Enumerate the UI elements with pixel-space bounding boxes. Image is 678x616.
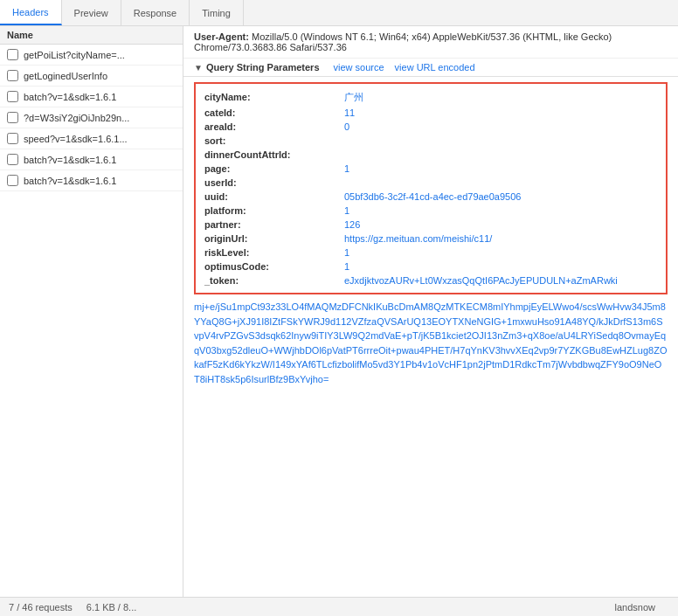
param-key: cityName: (204, 92, 344, 102)
request-checkbox[interactable] (7, 70, 18, 81)
user-agent-label: User-Agent: (194, 31, 249, 42)
param-key: areaId: (204, 121, 344, 132)
param-row: userId: (204, 176, 657, 190)
param-row-token: _token: eJxdjktvozAURv+Lt0WxzasQqQtI6PAc… (204, 273, 657, 287)
request-checkbox[interactable] (7, 91, 18, 102)
param-key: partner: (204, 219, 344, 230)
param-key: userId: (204, 177, 344, 188)
tab-timing-label: Timing (202, 8, 231, 18)
request-item[interactable]: speed?v=1&sdk=1.6.1... (0, 128, 183, 149)
param-key: originUrl: (204, 233, 344, 244)
param-value: 1 (344, 247, 349, 258)
request-checkbox[interactable] (7, 154, 18, 165)
param-key: dinnerCountAttrId: (204, 149, 344, 160)
request-name-label: batch?v=1&sdk=1.6.1 (24, 176, 116, 186)
collapse-triangle-icon[interactable]: ▼ (194, 63, 203, 73)
request-item[interactable]: ?d=W3siY2giOiJnb29n... (0, 107, 183, 128)
param-row: dinnerCountAttrId: (204, 148, 657, 162)
request-name-label: ?d=W3siY2giOiJnb29n... (24, 113, 129, 123)
tab-response[interactable]: Response (121, 0, 190, 25)
param-row: page: 1 (204, 162, 657, 176)
request-name-label: batch?v=1&sdk=1.6.1 (24, 92, 116, 102)
request-checkbox[interactable] (7, 49, 18, 60)
status-requests: 7 / 46 requests (9, 602, 73, 613)
param-value: 1 (344, 261, 349, 272)
user-agent-bar: User-Agent: Mozilla/5.0 (Windows NT 6.1;… (183, 26, 678, 59)
param-row: riskLevel: 1 (204, 246, 657, 260)
param-value-token-start: eJxdjktvozAURv+Lt0WxzasQqQtI6PAcJyEPUDUL… (344, 275, 618, 286)
param-value: https://gz.meituan.com/meishi/c11/ (344, 233, 492, 244)
request-checkbox[interactable] (7, 112, 18, 123)
request-item[interactable]: batch?v=1&sdk=1.6.1 (0, 149, 183, 170)
request-item[interactable]: batch?v=1&sdk=1.6.1 (0, 170, 183, 191)
param-value: 1 (344, 163, 349, 174)
right-panel: User-Agent: Mozilla/5.0 (Windows NT 6.1;… (183, 26, 678, 597)
param-row: cateId: 11 (204, 106, 657, 120)
query-params-box: cityName: 广州cateId: 11areaId: 0sort: din… (194, 82, 668, 294)
param-value: 11 (344, 107, 355, 118)
param-key: uuid: (204, 191, 344, 202)
request-list: getPoiList?cityName=...getLoginedUserInf… (0, 45, 183, 191)
param-row: platform: 1 (204, 204, 657, 218)
request-name-label: getPoiList?cityName=... (24, 50, 125, 60)
status-bar: 7 / 46 requests 6.1 KB / 8... landsnow (0, 597, 678, 616)
tab-timing[interactable]: Timing (190, 0, 244, 25)
request-item[interactable]: getPoiList?cityName=... (0, 45, 183, 66)
request-item[interactable]: batch?v=1&sdk=1.6.1 (0, 87, 183, 107)
param-row: sort: (204, 134, 657, 148)
user-agent-value: Mozilla/5.0 (Windows NT 6.1; Win64; x64)… (194, 31, 612, 52)
param-row: uuid: 05bf3db6-3c2f-41cd-a4ec-ed79ae0a95… (204, 190, 657, 204)
section-title: Query String Parameters (206, 62, 320, 73)
param-key: optimusCode: (204, 261, 344, 272)
param-key: sort: (204, 135, 344, 146)
left-panel: Name getPoiList?cityName=...getLoginedUs… (0, 26, 183, 597)
param-row: originUrl: https://gz.meituan.com/meishi… (204, 232, 657, 246)
tab-preview[interactable]: Preview (62, 0, 121, 25)
param-value: 0 (344, 121, 349, 132)
request-name-label: getLoginedUserInfo (24, 71, 107, 81)
tab-headers[interactable]: Headers (0, 0, 62, 25)
tab-headers-label: Headers (12, 7, 49, 17)
param-value: 1 (344, 205, 349, 216)
status-size: 6.1 KB / 8... (86, 602, 136, 613)
param-key: cateId: (204, 107, 344, 118)
param-row: areaId: 0 (204, 120, 657, 134)
request-item[interactable]: getLoginedUserInfo (0, 66, 183, 87)
param-key: page: (204, 163, 344, 174)
view-source-button[interactable]: view source (334, 62, 384, 73)
param-row: cityName: 广州 (204, 89, 657, 106)
tabs-bar: Headers Preview Response Timing (0, 0, 678, 26)
param-key-token: _token: (204, 275, 344, 286)
param-value: 广州 (344, 91, 363, 104)
param-value: 05bf3db6-3c2f-41cd-a4ec-ed79ae0a9506 (344, 191, 521, 202)
param-value: 126 (344, 219, 360, 230)
param-row: optimusCode: 1 (204, 260, 657, 273)
param-key: riskLevel: (204, 247, 344, 258)
main-layout: Name getPoiList?cityName=...getLoginedUs… (0, 26, 678, 597)
tab-response-label: Response (134, 8, 177, 18)
param-key: platform: (204, 205, 344, 216)
section-toolbar: ▼ Query String Parameters view source vi… (183, 59, 678, 77)
status-watermark: landsnow (615, 602, 655, 613)
param-row: partner: 126 (204, 218, 657, 232)
request-checkbox[interactable] (7, 133, 18, 144)
left-panel-header: Name (0, 26, 183, 45)
request-name-label: batch?v=1&sdk=1.6.1 (24, 155, 116, 165)
view-url-encoded-button[interactable]: view URL encoded (395, 62, 475, 73)
request-name-label: speed?v=1&sdk=1.6.1... (24, 134, 128, 144)
tab-preview-label: Preview (74, 8, 108, 18)
request-checkbox[interactable] (7, 175, 18, 186)
token-block: mj+e/jSu1mpCt93z33LO4fMAQMzDFCNkIKuBcDmA… (183, 300, 678, 386)
